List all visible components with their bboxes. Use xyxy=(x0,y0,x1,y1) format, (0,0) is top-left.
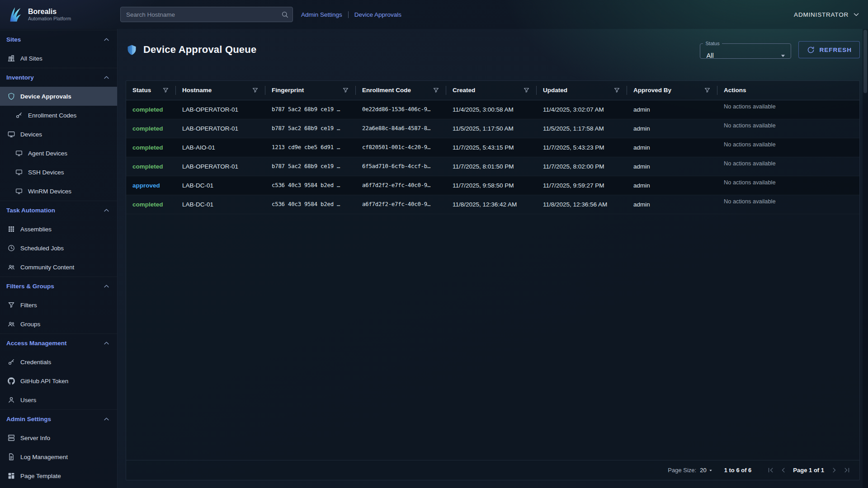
table-row[interactable]: completedLAB-OPERATOR-01b787 5ac2 68b9 c… xyxy=(126,119,859,138)
cell-created: 11/8/2025, 12:36:42 AM xyxy=(446,195,537,214)
chevron-up-icon xyxy=(102,339,111,347)
table-row[interactable]: completedLAB-AIO-011213 cd9e cbe5 6d91 …… xyxy=(126,138,859,157)
sidebar-item-credentials[interactable]: Credentials xyxy=(0,352,117,371)
filter-icon[interactable] xyxy=(162,86,170,94)
breadcrumb-admin-settings[interactable]: Admin Settings xyxy=(301,11,342,18)
people-icon xyxy=(7,320,15,328)
column-header-enrollment-code[interactable]: Enrollment Code xyxy=(356,81,446,100)
cell-updated: 11/7/2025, 8:02:00 PM xyxy=(537,157,627,176)
sidebar-section-label: Inventory xyxy=(6,74,34,81)
sidebar-section-admin-settings[interactable]: Admin Settings xyxy=(0,409,117,428)
cell-updated: 11/7/2025, 5:43:23 PM xyxy=(537,138,627,157)
column-header-status[interactable]: Status xyxy=(126,81,176,100)
sidebar-item-all-sites[interactable]: All Sites xyxy=(0,49,117,68)
cell-enrollment-code: 22a6e88c-84a6-4587-8… xyxy=(356,119,446,138)
cell-actions: No actions available xyxy=(717,195,859,214)
cell-hostname: LAB-DC-01 xyxy=(176,176,265,195)
filter-icon[interactable] xyxy=(703,86,711,94)
chevron-up-icon xyxy=(102,35,111,44)
sidebar-item-label: Filters xyxy=(20,302,37,309)
filter-icon[interactable] xyxy=(613,86,621,94)
sidebar-item-enrollment-codes[interactable]: Enrollment Codes xyxy=(0,106,117,125)
breadcrumb-device-approvals[interactable]: Device Approvals xyxy=(354,11,401,18)
last-page-button[interactable] xyxy=(840,464,853,477)
cell-actions: No actions available xyxy=(717,119,859,138)
sidebar-item-label: All Sites xyxy=(20,55,42,62)
column-header-updated[interactable]: Updated xyxy=(537,81,627,100)
first-page-button[interactable] xyxy=(764,464,777,477)
next-page-button[interactable] xyxy=(828,464,840,477)
sidebar-item-label: Groups xyxy=(20,321,40,328)
scrollbar[interactable] xyxy=(863,29,868,488)
sidebar-item-ssh-devices[interactable]: SSH Devices xyxy=(0,163,117,182)
chevron-up-icon xyxy=(102,282,111,291)
sidebar-item-log-management[interactable]: Log Management xyxy=(0,447,117,466)
chevron-up-icon xyxy=(102,73,111,82)
sidebar-item-groups[interactable]: Groups xyxy=(0,314,117,333)
sidebar: SitesAll SitesInventoryDevice ApprovalsE… xyxy=(0,29,118,488)
refresh-button[interactable]: REFRESH xyxy=(798,41,860,58)
sidebar-section-inventory[interactable]: Inventory xyxy=(0,68,117,87)
column-label: Hostname xyxy=(182,87,212,94)
last-page-icon xyxy=(843,466,851,474)
layout-icon xyxy=(7,472,15,480)
sidebar-item-scheduled-jobs[interactable]: Scheduled Jobs xyxy=(0,239,117,258)
sidebar-section-filters-groups[interactable]: Filters & Groups xyxy=(0,277,117,296)
cell-actions: No actions available xyxy=(717,138,859,157)
table-body: completedLAB-OPERATOR-01b787 5ac2 68b9 c… xyxy=(126,100,859,214)
sidebar-item-device-approvals[interactable]: Device Approvals xyxy=(0,87,117,106)
cell-status: approved xyxy=(126,176,176,195)
cell-enrollment-code: 0e22dd86-1536-406c-9… xyxy=(356,100,446,119)
column-header-created[interactable]: Created xyxy=(446,81,537,100)
brand-text: Borealis Automation Platform xyxy=(28,8,71,21)
cell-status: completed xyxy=(126,100,176,119)
scrollbar-thumb[interactable] xyxy=(863,30,867,93)
sidebar-item-github-api-token[interactable]: GitHub API Token xyxy=(0,371,117,390)
sidebar-item-users[interactable]: Users xyxy=(0,390,117,409)
previous-page-button[interactable] xyxy=(777,464,789,477)
sidebar-item-label: Credentials xyxy=(20,359,51,366)
sidebar-item-assemblies[interactable]: Assemblies xyxy=(0,220,117,239)
sidebar-item-label: Device Approvals xyxy=(20,93,71,100)
cell-fingerprint: b787 5ac2 68b9 ce19 … xyxy=(265,100,356,119)
search-input[interactable] xyxy=(120,7,293,22)
filter-icon[interactable] xyxy=(523,86,530,94)
sidebar-item-label: Log Management xyxy=(20,454,68,460)
sidebar-item-winrm-devices[interactable]: WinRM Devices xyxy=(0,182,117,201)
sidebar-item-agent-devices[interactable]: Agent Devices xyxy=(0,144,117,163)
table-row[interactable]: completedLAB-DC-01c536 40c3 9584 b2ed …a… xyxy=(126,195,859,214)
column-header-approved-by[interactable]: Approved By xyxy=(627,81,717,100)
sidebar-item-filters[interactable]: Filters xyxy=(0,296,117,314)
filter-icon[interactable] xyxy=(342,86,349,94)
column-label: Enrollment Code xyxy=(362,87,411,94)
page-size-caret-icon xyxy=(707,467,714,474)
next-page-icon xyxy=(830,466,839,474)
page-size-dropdown[interactable]: 20 xyxy=(700,467,714,474)
chevron-up-icon xyxy=(102,206,111,215)
page-size-control: Page Size: 20 xyxy=(668,467,714,474)
main-content: Device Approval Queue Status All REFRESH xyxy=(118,29,868,488)
column-header-hostname[interactable]: Hostname xyxy=(176,81,265,100)
sidebar-item-label: Community Content xyxy=(20,264,74,271)
sidebar-item-page-template[interactable]: Page Template xyxy=(0,466,117,485)
status-filter-select[interactable]: Status All xyxy=(700,41,791,59)
column-header-fingerprint[interactable]: Fingerprint xyxy=(265,81,356,100)
cell-fingerprint: b787 5ac2 68b9 ce19 … xyxy=(265,157,356,176)
table-row[interactable]: completedLAB-OPERATOR-01b787 5ac2 68b9 c… xyxy=(126,100,859,119)
table-row[interactable]: completedLAB-OPERATOR-01b787 5ac2 68b9 c… xyxy=(126,157,859,176)
brand-subtitle: Automation Platform xyxy=(28,16,71,22)
sidebar-section-access-management[interactable]: Access Management xyxy=(0,333,117,352)
devices-icon xyxy=(7,130,15,138)
sidebar-item-server-info[interactable]: Server Info xyxy=(0,428,117,447)
table-row[interactable]: approvedLAB-DC-01c536 40c3 9584 b2ed …a6… xyxy=(126,176,859,195)
sidebar-section-sites[interactable]: Sites xyxy=(0,30,117,49)
filter-icon[interactable] xyxy=(251,86,259,94)
sidebar-item-label: Assemblies xyxy=(20,226,52,233)
sidebar-section-task-automation[interactable]: Task Automation xyxy=(0,201,117,220)
sidebar-item-community-content[interactable]: Community Content xyxy=(0,258,117,277)
sidebar-item-devices[interactable]: Devices xyxy=(0,125,117,144)
user-menu[interactable]: ADMINISTRATOR xyxy=(794,10,861,19)
search-box[interactable] xyxy=(120,7,293,22)
column-header-actions[interactable]: Actions xyxy=(717,81,859,100)
filter-icon[interactable] xyxy=(432,86,440,94)
